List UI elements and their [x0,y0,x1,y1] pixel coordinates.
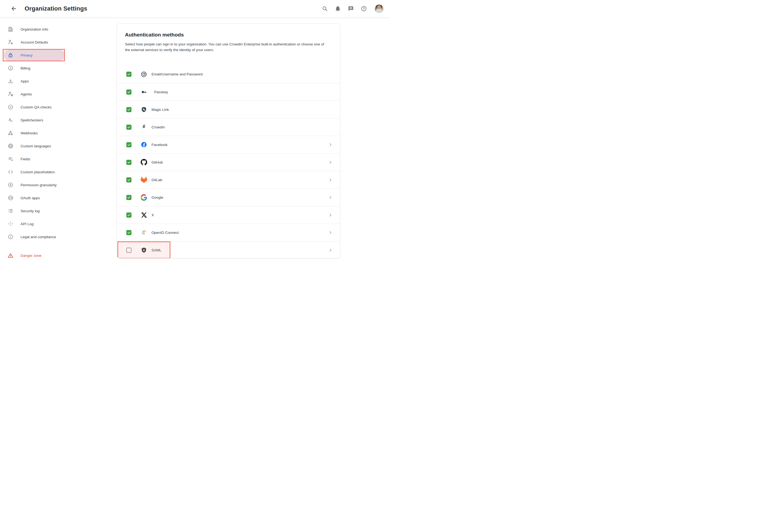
bullet-list-icon [7,208,14,214]
person-gear-icon [7,39,14,46]
github-logo-icon [141,159,147,165]
sidebar-item-label: Custom QA checks [20,105,52,109]
magic-link-shield-icon [141,106,147,113]
checkbox-google[interactable] [126,195,131,200]
checkbox-magic-link[interactable] [126,107,131,112]
auth-row-magic-link[interactable]: Magic Link [117,101,340,118]
warning-triangle-icon [7,252,14,259]
list-plus-icon [7,156,14,162]
globe-icon [7,143,14,149]
gitlab-logo-icon [141,177,147,183]
auth-row-x[interactable]: X [117,206,340,223]
authentication-methods-card: Authentication methods Select how people… [117,23,340,258]
card-description: Select how people can sign in to your or… [125,42,329,53]
avatar[interactable] [375,4,383,13]
webhook-icon [7,130,14,136]
page-title: Organization Settings [24,5,87,12]
checkbox-gitlab[interactable] [126,177,131,183]
checkbox-passkey[interactable] [126,89,131,94]
checkbox-facebook[interactable] [126,142,131,147]
download-icon [7,78,14,84]
sidebar-item-label: Account Defaults [20,40,48,44]
sidebar-item-label: Agents [20,92,32,96]
auth-row-openid-connect[interactable]: OpenID Connect [117,223,340,241]
sidebar-item-custom-languages[interactable]: Custom languages [0,139,116,152]
auth-row-passkey[interactable]: Passkey [117,83,340,101]
sidebar-item-billing[interactable]: $Billing [0,62,116,75]
sidebar-item-custom-qa-checks[interactable]: Custom QA checks [0,101,116,114]
sidebar-item-label: Legal and compliance [20,235,56,239]
google-logo-icon [141,194,147,201]
sidebar-item-label: OAuth apps [20,196,40,200]
auth-row-gitlab[interactable]: GitLab [117,171,340,188]
sidebar-item-oauth-apps[interactable]: OAuth apps [0,191,116,204]
sidebar-item-label: Spellcheckers [20,118,43,122]
checkbox-saml[interactable] [126,248,131,253]
sidebar-item-label: API Log [20,222,34,226]
sidebar-item-label: Organization info [20,27,48,31]
person-cube-icon [7,91,14,97]
auth-method-list: Email/Username and PasswordPasskeyMagic … [117,65,340,258]
auth-method-label: SAML [152,248,162,252]
sidebar-item-fields[interactable]: Fields [0,152,116,165]
at-sign-icon [141,71,147,78]
sidebar-item-danger-zone[interactable]: Danger zone [0,249,116,262]
search-icon[interactable] [321,5,328,12]
sidebar-item-label: Danger zone [20,254,41,258]
checkbox-crowdin[interactable] [126,125,131,130]
sidebar-item-label: Billing [20,66,30,70]
topbar-actions: ? [321,4,383,13]
checkbox-x[interactable] [126,212,131,218]
back-arrow-icon[interactable] [10,5,17,12]
top-app-bar: Organization Settings ? [0,0,390,17]
svg-text:$: $ [10,67,11,70]
sidebar-item-security-log[interactable]: Security log [0,204,116,217]
chevron-right-icon [328,178,333,182]
sidebar-item-account-defaults[interactable]: Account Defaults [0,36,116,49]
openid-logo-icon [141,229,147,236]
sidebar-item-permission-granularity[interactable]: Permission granularity [0,179,116,191]
bell-icon[interactable] [335,5,341,12]
spellcheck-icon [7,117,14,123]
sidebar-item-label: Apps [20,79,29,83]
sidebar-item-legal-and-compliance[interactable]: Legal and compliance [0,230,116,243]
auth-method-label: Passkey [154,90,168,94]
auth-method-label: Email/Username and Password [152,72,202,76]
sidebar-item-label: Permission granularity [20,183,57,187]
sidebar-item-label: Security log [20,209,40,213]
auth-row-github[interactable]: GitHub [117,153,340,171]
chat-icon[interactable] [348,5,354,12]
building-icon [7,26,14,32]
sidebar-item-agents[interactable]: Agents [0,87,116,101]
chevron-right-icon [328,142,333,147]
sidebar-item-apps[interactable]: Apps [0,75,116,87]
sidebar-item-privacy[interactable]: Privacy [0,49,116,62]
checkbox-github[interactable] [126,160,131,165]
sidebar-item-webhooks[interactable]: Webhooks [0,127,116,139]
dollar-circle-icon: $ [7,65,14,71]
sidebar-item-organization-info[interactable]: Organization info [0,23,116,36]
info-circle-icon [7,234,14,240]
card-title: Authentication methods [125,32,340,38]
sidebar-item-spellcheckers[interactable]: Spellcheckers [0,114,116,127]
sidebar-item-api-log[interactable]: API Log [0,217,116,230]
diamonds-icon [7,220,14,227]
chevron-right-icon [328,213,333,217]
auth-row-crowdin[interactable]: Crowdin [117,118,340,136]
auth-row-google[interactable]: Google [117,188,340,206]
auth-method-label: Facebook [152,143,167,147]
passkey-key-icon [141,89,147,95]
checkbox-openid-connect[interactable] [126,230,131,235]
chevron-right-icon [328,160,333,164]
svg-text:?: ? [363,7,365,10]
auth-row-facebook[interactable]: Facebook [117,136,340,153]
auth-row-email-username-and-password[interactable]: Email/Username and Password [117,65,340,83]
auth-row-saml[interactable]: SAML [117,241,340,258]
x-logo-icon [141,212,147,218]
auth-method-label: Crowdin [152,125,165,129]
sidebar-item-custom-placeholders[interactable]: Custom placeholders [0,165,116,179]
facebook-logo-icon [141,141,147,148]
checkbox-email-username-and-password[interactable] [126,72,131,77]
sidebar-item-label: Custom languages [20,144,51,148]
help-icon[interactable]: ? [361,5,367,12]
